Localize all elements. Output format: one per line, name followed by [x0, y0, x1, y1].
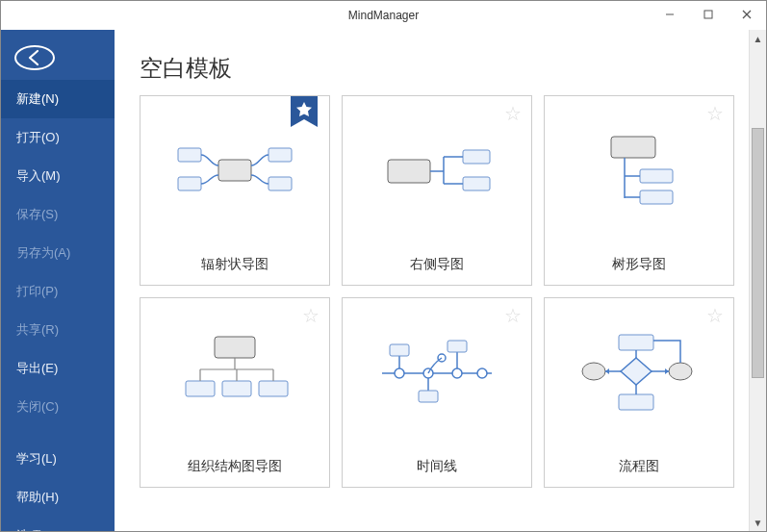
- svg-rect-18: [259, 381, 288, 396]
- minimize-button[interactable]: [651, 1, 689, 28]
- favorite-star-icon[interactable]: ☆: [504, 102, 522, 125]
- maximize-button[interactable]: [689, 1, 728, 28]
- scrollbar[interactable]: ▲ ▼: [749, 30, 766, 531]
- svg-rect-8: [268, 177, 292, 190]
- sidebar-item-2[interactable]: 导入(M): [1, 157, 115, 195]
- template-label: 右侧导图: [343, 244, 531, 285]
- sidebar-item-label: 导入(M): [16, 168, 61, 183]
- sidebar-item-7[interactable]: 导出(E): [1, 349, 115, 388]
- radial-diagram-icon: [172, 127, 297, 214]
- sidebar-item-label: 共享(R): [16, 322, 59, 337]
- svg-rect-7: [268, 148, 292, 162]
- sidebar-item-4: 另存为(A): [1, 234, 115, 272]
- scroll-up-button[interactable]: ▲: [750, 30, 766, 47]
- close-icon: [742, 10, 752, 19]
- svg-point-19: [395, 368, 404, 378]
- template-card-flowchart[interactable]: ☆流程图: [544, 297, 734, 488]
- template-label: 辐射状导图: [141, 244, 329, 285]
- titlebar: MindManager: [1, 1, 766, 30]
- svg-rect-17: [222, 381, 251, 396]
- sidebar-item-label: 新建(N): [16, 91, 59, 106]
- svg-rect-25: [447, 341, 467, 352]
- sidebar-item-label: 保存(S): [16, 207, 58, 221]
- svg-point-30: [669, 363, 692, 380]
- sidebar-item-label: 打印(P): [16, 284, 58, 298]
- minimize-icon: [665, 10, 675, 19]
- template-preview: [141, 96, 329, 244]
- scroll-track[interactable]: [750, 47, 766, 514]
- svg-marker-33: [605, 368, 609, 374]
- template-grid: 辐射状导图 ☆右侧导图 ☆树形导图 ☆组织结构图导图: [140, 95, 743, 488]
- close-button[interactable]: [728, 1, 766, 28]
- template-card-org[interactable]: ☆组织结构图导图: [140, 297, 330, 488]
- svg-rect-10: [463, 150, 490, 164]
- section-title: 空白模板: [140, 53, 743, 84]
- sidebar: 新建(N)打开(O)导入(M)保存(S)另存为(A)打印(P)共享(R)导出(E…: [1, 30, 115, 531]
- timeline-diagram-icon: [374, 329, 499, 416]
- svg-rect-9: [388, 160, 430, 183]
- favorite-star-icon[interactable]: ☆: [706, 102, 724, 125]
- right-diagram-icon: [374, 127, 499, 214]
- sidebar-item-5: 打印(P): [1, 272, 115, 311]
- svg-rect-6: [178, 177, 201, 190]
- svg-rect-12: [611, 137, 655, 158]
- template-preview: ☆: [343, 298, 531, 446]
- tree-diagram-icon: [576, 127, 702, 214]
- svg-rect-15: [215, 337, 255, 358]
- template-card-radial[interactable]: 辐射状导图: [140, 95, 330, 286]
- template-preview: ☆: [141, 298, 329, 446]
- template-card-tree[interactable]: ☆树形导图: [544, 95, 734, 286]
- arrow-left-icon: [24, 47, 45, 68]
- sidebar-item-label: 关闭(C): [16, 399, 59, 414]
- main-area: 空白模板 辐射状导图 ☆右侧导图 ☆树形导图: [115, 30, 766, 531]
- svg-rect-13: [640, 169, 673, 183]
- svg-marker-32: [665, 368, 669, 374]
- svg-point-22: [477, 368, 487, 378]
- featured-ribbon-icon: [291, 96, 318, 136]
- content: 空白模板 辐射状导图 ☆右侧导图 ☆树形导图: [115, 30, 749, 531]
- sidebar-item-0[interactable]: 新建(N): [1, 80, 115, 118]
- svg-rect-27: [619, 335, 653, 350]
- sidebar-item-6: 共享(R): [1, 311, 115, 349]
- template-card-right[interactable]: ☆右侧导图: [342, 95, 532, 286]
- svg-rect-23: [390, 344, 409, 356]
- svg-rect-24: [419, 391, 438, 402]
- svg-marker-28: [621, 358, 652, 385]
- template-preview: ☆: [545, 298, 733, 446]
- flowchart-diagram-icon: [576, 329, 702, 416]
- favorite-star-icon[interactable]: ☆: [706, 304, 724, 327]
- template-label: 组织结构图导图: [141, 446, 329, 487]
- sidebar-item-label: 另存为(A): [16, 245, 70, 260]
- sidebar-item-3: 保存(S): [1, 195, 115, 234]
- sidebar-item-9[interactable]: 学习(L): [1, 440, 115, 478]
- sidebar-item-1[interactable]: 打开(O): [1, 118, 115, 157]
- template-label: 时间线: [343, 446, 531, 487]
- maximize-icon: [703, 10, 713, 19]
- favorite-star-icon[interactable]: ☆: [302, 304, 320, 327]
- template-label: 流程图: [545, 446, 733, 487]
- scroll-thumb[interactable]: [752, 128, 764, 378]
- svg-point-29: [582, 363, 605, 380]
- window-controls: [651, 1, 766, 28]
- back-button[interactable]: [14, 45, 55, 70]
- favorite-star-icon[interactable]: ☆: [504, 304, 522, 327]
- sidebar-item-label: 帮助(H): [16, 490, 59, 504]
- org-diagram-icon: [172, 329, 297, 416]
- sidebar-item-label: 打开(O): [16, 130, 60, 144]
- sidebar-item-label: 学习(L): [16, 451, 57, 466]
- svg-rect-5: [178, 148, 201, 162]
- svg-rect-4: [218, 160, 251, 181]
- sidebar-item-11[interactable]: 选项(T): [1, 517, 115, 532]
- svg-rect-1: [704, 11, 712, 18]
- svg-rect-16: [186, 381, 215, 396]
- sidebar-item-label: 导出(E): [16, 361, 58, 375]
- svg-rect-31: [619, 394, 653, 410]
- template-card-timeline[interactable]: ☆时间线: [342, 297, 532, 488]
- sidebar-item-label: 选项(T): [16, 528, 58, 532]
- sidebar-item-10[interactable]: 帮助(H): [1, 478, 115, 517]
- window-title: MindManager: [348, 9, 419, 22]
- scroll-down-button[interactable]: ▼: [750, 514, 766, 531]
- template-preview: ☆: [343, 96, 531, 244]
- template-preview: ☆: [545, 96, 733, 244]
- template-label: 树形导图: [545, 244, 733, 285]
